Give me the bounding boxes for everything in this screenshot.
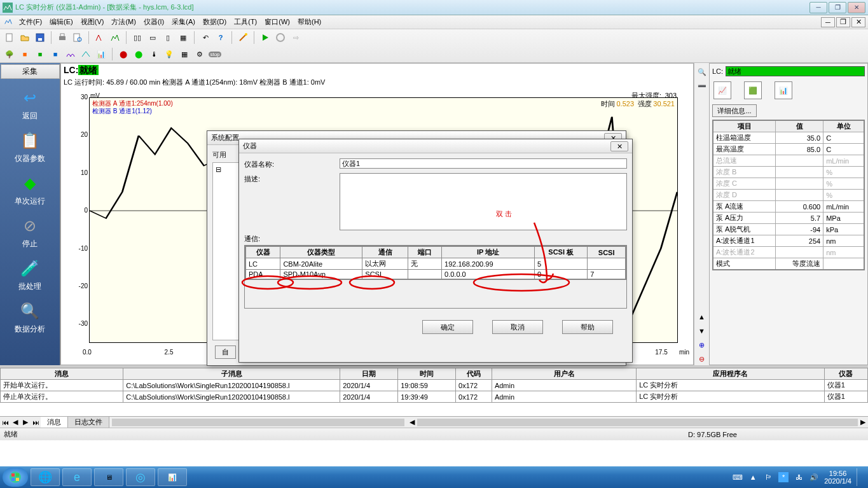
tray-vol[interactable]: 🔊 [809,472,819,482]
cancel-button[interactable]: 取消 [492,320,543,334]
menu-方法(M)[interactable]: 方法(M) [107,17,140,27]
tab-prev[interactable]: ◀ [10,418,20,426]
menu-仪器(I)[interactable]: 仪器(I) [140,17,168,27]
task-app2[interactable]: 📊 [158,468,187,486]
peak-button[interactable] [93,31,107,45]
sidebar-item-2[interactable]: ◆单次运行 [4,168,55,211]
sidebar-item-5[interactable]: 🔍数据分析 [4,296,55,338]
tray-net[interactable]: 🖧 [794,472,804,482]
task-chrome[interactable]: 🌐 [31,468,60,486]
tray-flag[interactable]: 🏳 [763,472,773,482]
menu-帮助(H)[interactable]: 帮助(H) [294,17,325,27]
vtool-plus[interactable]: ⊕ [696,338,708,351]
minimize-button[interactable]: ─ [809,2,827,13]
vtool-zoom-in[interactable]: 🔍 [696,66,708,78]
menu-采集(A)[interactable]: 采集(A) [168,17,199,27]
vtool-minus[interactable]: ⊖ [696,352,708,365]
close-button[interactable]: ✕ [848,2,865,13]
log-scroll-h-right[interactable] [417,419,858,426]
tab-last[interactable]: ⏭ [31,419,41,426]
log-scroll-left[interactable]: ◀ [407,418,417,426]
ok-button[interactable]: 确定 [422,320,473,334]
mdi-minimize-button[interactable]: ─ [821,17,835,27]
task-ie[interactable]: e [62,468,92,486]
menu-工具(T)[interactable]: 工具(T) [230,17,261,27]
tab-logfiles[interactable]: 日志文件 [68,417,109,428]
window-split-button[interactable]: ▯▯ [130,31,144,45]
comm-table-row[interactable]: PDASPD-M10AvpSCSI0.0.0.007 [245,270,626,280]
tb2-13[interactable]: ⚙ [193,47,207,61]
tray-up[interactable]: ▲ [748,472,758,482]
tb2-7[interactable]: 📊 [94,47,108,61]
window-h-button[interactable]: ▭ [146,31,160,45]
sidebar-item-0[interactable]: ↩返回 [4,83,55,125]
save-button[interactable] [33,31,47,45]
maximize-button[interactable]: ❐ [829,2,846,13]
tray-ime[interactable]: ⌨ [733,472,743,482]
next-button[interactable]: ⇨ [289,31,303,45]
menu-文件(F)[interactable]: 文件(F) [15,17,46,27]
tb2-8[interactable]: ⬤ [116,47,130,61]
vtool-1[interactable]: ▲ [696,310,708,323]
log-scroll-h-left[interactable] [112,419,404,426]
tray-clock[interactable]: 19:562020/1/4 [824,470,851,485]
show-desktop-button[interactable] [857,468,862,486]
tb2-12[interactable]: ▦ [177,47,191,61]
sidebar-item-3[interactable]: ⊘停止 [4,211,55,253]
detail-button[interactable]: 详细信息... [712,104,757,117]
right-icon-1[interactable]: 📈 [713,81,731,99]
tb2-stop[interactable]: stop [208,47,222,61]
run-button[interactable] [258,31,272,45]
log-row[interactable]: 开始单次运行。C:\LabSolutions\Work\SingleRun120… [1,380,868,391]
vtool-zoom-out[interactable]: ➖ [696,80,708,92]
menu-视图(V)[interactable]: 视图(V) [77,17,108,27]
menu-数据(D)[interactable]: 数据(D) [199,17,230,27]
stop-tbbutton[interactable] [273,31,287,45]
right-icon-2[interactable]: 🟩 [744,81,762,99]
right-icon-3[interactable]: 📊 [775,81,792,99]
menu-编辑(E)[interactable]: 编辑(E) [46,17,77,27]
tray-star[interactable]: * [778,472,789,482]
dlg1-auto-button[interactable]: 自 [215,345,236,359]
help-dialog-button[interactable]: 帮助 [562,320,613,334]
new-button[interactable] [3,31,17,45]
tb2-2[interactable]: ■ [18,47,32,61]
tab-messages[interactable]: 消息 [41,417,68,428]
chrom-button[interactable] [108,31,122,45]
sidebar-item-4[interactable]: 🧪批处理 [4,253,55,296]
window-grid-button[interactable]: ▦ [176,31,190,45]
tb2-6[interactable] [79,47,93,61]
tree-button[interactable]: 🌳 [3,47,17,61]
sidebar-item-1[interactable]: 📋仪器参数 [4,125,55,168]
comm-table-row[interactable]: LCCBM-20Alite以太网无192.168.200.995 [245,258,626,270]
mdi-restore-button[interactable]: ❐ [836,17,850,27]
dlg1-tree-root[interactable]: ⊟ [216,165,221,173]
task-app1[interactable]: ◎ [126,468,155,486]
help-button[interactable]: ? [214,31,228,45]
log-row[interactable]: 停止单次运行。C:\LabSolutions\Work\SingleRun120… [1,391,868,403]
tb2-3[interactable]: ■ [33,47,47,61]
tb2-11[interactable]: 💡 [162,47,176,61]
instrument-name-input[interactable] [340,158,627,169]
start-button[interactable] [3,468,28,487]
tb2-10[interactable]: 🌡 [147,47,161,61]
wizard-button[interactable] [236,31,250,45]
communication-table[interactable]: 仪器仪器类型通信端口IP 地址SCSI 板SCSI LCCBM-20Alite以… [245,246,626,280]
tb2-9[interactable]: ⬤ [132,47,146,61]
tb2-4[interactable]: ■ [48,47,62,61]
open-button[interactable] [18,31,32,45]
tb2-5[interactable] [64,47,78,61]
undo-button[interactable]: ↶ [198,31,212,45]
mdi-close-button[interactable]: ✕ [851,17,865,27]
print-button[interactable] [55,31,69,45]
log-scroll-right[interactable]: ▶ [858,418,868,426]
task-device[interactable]: 🖥 [94,468,123,486]
dlg2-close-button[interactable]: ✕ [610,141,628,151]
description-textarea[interactable] [340,173,627,230]
tab-first[interactable]: ⏮ [0,419,10,426]
vtool-2[interactable]: ▼ [696,324,708,337]
tab-next[interactable]: ▶ [20,418,31,426]
preview-button[interactable] [71,31,85,45]
menu-窗口(W)[interactable]: 窗口(W) [261,17,294,27]
window-v-button[interactable]: ▯ [161,31,175,45]
